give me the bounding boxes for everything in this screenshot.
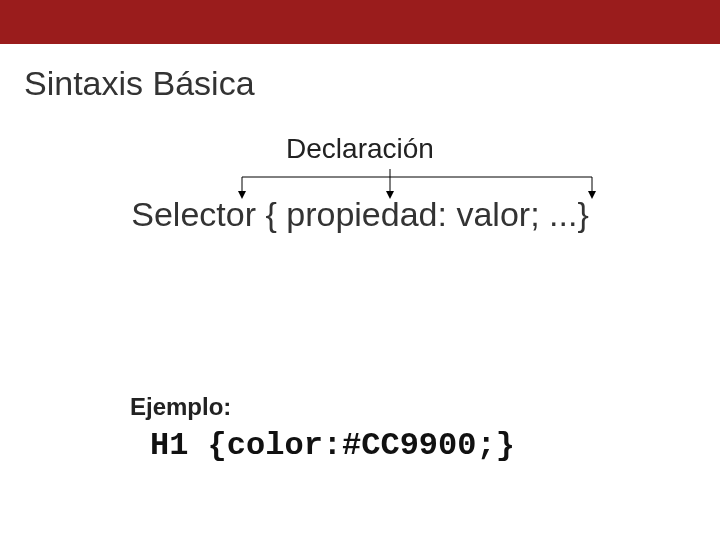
syntax-selector: Selector bbox=[131, 195, 265, 233]
syntax-open-brace: { bbox=[265, 195, 286, 233]
syntax-close-brace: } bbox=[577, 195, 588, 233]
syntax-line: Selector { propiedad: valor; ...} bbox=[0, 195, 720, 234]
syntax-colon: : bbox=[438, 195, 457, 233]
syntax-diagram: Declaración Selector { propiedad: valor;… bbox=[0, 133, 720, 333]
slide-accent-bar bbox=[0, 0, 720, 44]
syntax-semicolon: ; bbox=[530, 195, 549, 233]
example-code: H1 {color:#CC9900;} bbox=[150, 427, 720, 464]
page-title: Sintaxis Básica bbox=[24, 64, 720, 103]
syntax-value: valor bbox=[456, 195, 530, 233]
syntax-property: propiedad bbox=[286, 195, 437, 233]
example-block: Ejemplo: H1 {color:#CC9900;} bbox=[130, 393, 720, 464]
example-label: Ejemplo: bbox=[130, 393, 720, 421]
declaration-label: Declaración bbox=[0, 133, 720, 165]
syntax-ellipsis: ... bbox=[549, 195, 577, 233]
